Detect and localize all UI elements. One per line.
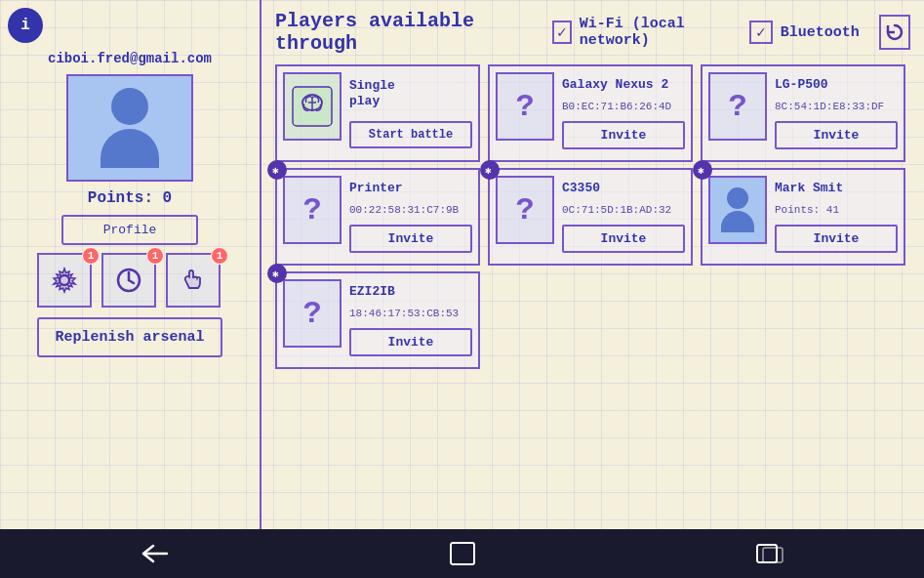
player-mac-galaxy: B0:EC:71:B6:26:4D [562,101,685,112]
player-card-printer: ✱ ? Printer 00:22:58:31:C7:9B Invite [275,168,480,266]
svg-rect-15 [763,548,783,562]
back-icon [140,542,171,565]
player-thumb-ezi2ib: ? [283,279,341,348]
bt-badge-marksmit: ✱ [693,160,712,180]
avatar-head [111,88,148,125]
player-info-c3350: C3350 0C:71:5D:1B:AD:32 Invite [562,176,685,258]
bt-badge-c3350: ✱ [480,160,500,180]
gear-icon [49,265,80,296]
player-info-lg: LG-P500 8C:54:1D:E8:33:DF Invite [775,72,898,154]
home-button[interactable] [449,541,476,566]
player-thumb-lg: ? [708,72,767,141]
points-display: Points: 0 [88,189,172,207]
replenish-arsenal-button[interactable]: Replenish arsenal [37,317,222,357]
players-row-1: ✱ ? Printer 00:22:58:31:C7:9B Invite [275,168,910,266]
svg-text:✱: ✱ [272,165,279,177]
wifi-checkbox[interactable]: ✓ [552,21,572,44]
players-grid: Single play Start battle ? Galaxy Nexus … [275,64,910,519]
right-panel: Players available through ✓ Wi-Fi (local… [261,0,924,529]
svg-rect-13 [451,543,474,564]
gear-badge: 1 [82,247,100,265]
player-mac-printer: 00:22:58:31:C7:9B [349,204,472,216]
back-button[interactable] [140,542,171,565]
avatar [66,74,193,182]
clock-icon-container: 1 [101,253,158,310]
profile-button[interactable]: Profile [61,215,198,245]
player-info-galaxy: Galaxy Nexus 2 B0:EC:71:B6:26:4D Invite [562,72,685,154]
player-mac-ezi2ib: 18:46:17:53:CB:53 [349,308,472,319]
start-battle-button[interactable]: Start battle [349,121,472,148]
icons-row: 1 1 [37,253,222,310]
invite-button-printer[interactable]: Invite [349,225,472,253]
svg-text:✱: ✱ [272,268,279,280]
invite-button-ezi2ib[interactable]: Invite [349,328,472,356]
clock-icon [113,265,144,296]
svg-text:✱: ✱ [485,165,492,177]
player-card-ezi2ib: ✱ ? EZI2IB 18:46:17:53:CB:53 Invite [275,271,480,369]
player-info-single: Single play Start battle [349,72,472,154]
player-mac-c3350: 0C:71:5D:1B:AD:32 [562,204,685,216]
invite-button-galaxy[interactable]: Invite [562,121,685,149]
player-mac-lg: 8C:54:1D:E8:33:DF [775,101,898,112]
player-card-c3350: ✱ ? C3350 0C:71:5D:1B:AD:32 Invite [488,168,693,266]
player-points-marksmit: Points: 41 [775,204,898,216]
hand-badge: 1 [211,247,228,265]
clock-badge: 1 [146,247,164,265]
player-card-single: Single play Start battle [275,64,480,162]
nav-bar [0,529,924,578]
invite-button-lg[interactable]: Invite [775,121,898,149]
bluetooth-option: ✓ Bluetooth [749,21,860,44]
player-name-ezi2ib: EZI2IB [349,284,472,300]
recent-apps-button[interactable] [755,543,784,564]
players-row-0: Single play Start battle ? Galaxy Nexus … [275,64,910,162]
player-info-marksmit: Mark Smit Points: 41 Invite [775,176,898,258]
bluetooth-label: Bluetooth [781,24,860,41]
player-name-marksmit: Mark Smit [775,181,898,196]
bt-badge-ezi2ib: ✱ [267,264,287,283]
bluetooth-checkbox[interactable]: ✓ [749,21,773,44]
player-name-galaxy: Galaxy Nexus 2 [562,77,685,93]
user-email: ciboi.fred@gmail.com [48,51,212,66]
wifi-option: ✓ Wi-Fi (local network) [552,16,726,49]
player-name-c3350: C3350 [562,181,685,196]
players-row-2: ✱ ? EZI2IB 18:46:17:53:CB:53 Invite [275,271,910,369]
recent-apps-icon [755,543,784,564]
player-info-printer: Printer 00:22:58:31:C7:9B Invite [349,176,472,258]
refresh-button[interactable] [879,15,910,50]
player-thumb-marksmit [708,176,767,244]
refresh-icon [884,21,905,43]
player-card-galaxy: ? Galaxy Nexus 2 B0:EC:71:B6:26:4D Invit… [488,64,693,162]
mini-avatar-head [727,187,748,209]
hand-icon-container: 1 [166,253,222,310]
right-header: Players available through ✓ Wi-Fi (local… [275,10,910,55]
player-name-printer: Printer [349,181,472,196]
avatar-body [100,129,159,168]
connection-options: ✓ Wi-Fi (local network) ✓ Bluetooth [552,16,860,49]
player-thumb-printer: ? [283,176,341,244]
player-thumb-c3350: ? [496,176,554,244]
left-panel: i ciboi.fred@gmail.com Points: 0 Profile [0,0,261,529]
page-title: Players available through [275,10,533,55]
bt-badge-printer: ✱ [267,160,287,180]
svg-text:✱: ✱ [698,165,704,177]
app-logo: i [8,8,43,43]
gear-icon-container: 1 [37,253,94,310]
avatar-figure [100,88,159,168]
player-name-single: Single play [349,78,472,108]
player-card-lg: ? LG-P500 8C:54:1D:E8:33:DF Invite [701,64,905,162]
invite-button-c3350[interactable]: Invite [562,225,685,253]
invite-button-marksmit[interactable]: Invite [775,225,898,253]
home-icon [449,541,476,566]
svg-line-3 [129,280,134,283]
brain-icon [291,85,334,128]
player-card-marksmit: ✱ Mark Smit Points: 41 Invite [701,168,905,266]
wifi-label: Wi-Fi (local network) [580,16,726,49]
player-thumb-brain [283,72,341,141]
player-thumb-galaxy: ? [496,72,554,141]
player-name-lg: LG-P500 [775,77,898,93]
hand-icon [178,265,209,296]
player-info-ezi2ib: EZI2IB 18:46:17:53:CB:53 Invite [349,279,472,361]
mini-avatar-body [721,211,754,232]
